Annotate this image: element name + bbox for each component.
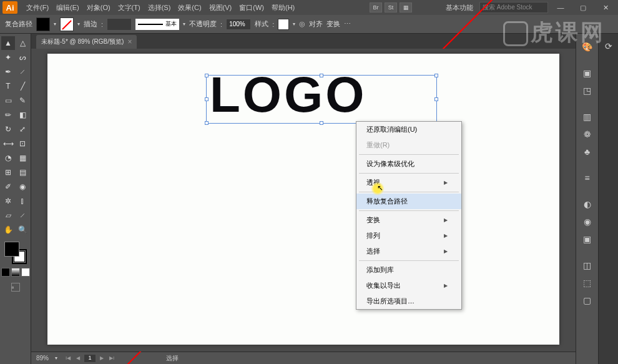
libraries-icon[interactable]: ⟳ <box>601 39 616 54</box>
cm-select[interactable]: 选择▶ <box>356 243 461 259</box>
search-input[interactable]: 搜索 Adobe Stock <box>479 2 548 13</box>
clubs-panel-icon[interactable]: ♣ <box>579 144 596 160</box>
graphic-styles-panel-icon[interactable]: ▣ <box>579 231 596 247</box>
direct-selection-tool[interactable]: △ <box>16 36 29 50</box>
paintbrush-tool[interactable]: ✎ <box>16 94 29 107</box>
eraser-tool[interactable]: ◧ <box>16 108 29 122</box>
zoom),tool[interactable]: 🔍 <box>16 223 29 237</box>
curvature-tool[interactable]: ⟋ <box>16 65 29 79</box>
none-mode-icon[interactable] <box>21 268 30 277</box>
artboard-tool[interactable]: ▱ <box>1 209 15 222</box>
stock-button[interactable]: St <box>385 2 397 12</box>
resize-handle[interactable] <box>205 74 208 77</box>
menu-file[interactable]: 文件(F) <box>22 3 52 12</box>
fill-swatch[interactable] <box>36 17 50 31</box>
document-tab[interactable]: 未标题-5* @ 89% (RGB/预览) × <box>36 35 137 49</box>
last-artboard-button[interactable]: ▶I <box>107 354 116 363</box>
hand-tool[interactable]: ✋ <box>1 223 15 237</box>
resize-handle[interactable] <box>320 121 323 125</box>
window-maximize[interactable]: ▢ <box>573 0 593 15</box>
blend-tool[interactable]: ◉ <box>16 180 29 194</box>
line-tool[interactable]: ╱ <box>16 79 29 93</box>
stroke-swatch[interactable] <box>60 17 74 31</box>
resize-handle[interactable] <box>320 74 323 77</box>
resize-handle[interactable] <box>434 74 438 77</box>
first-artboard-button[interactable]: I◀ <box>64 354 72 363</box>
menu-object[interactable]: 对象(O) <box>83 3 114 12</box>
selection-bounding-box[interactable] <box>206 75 437 124</box>
window-minimize[interactable]: — <box>551 0 571 15</box>
window-close[interactable]: ✕ <box>596 0 616 15</box>
shaper-tool[interactable]: ✏ <box>1 108 15 122</box>
menu-help[interactable]: 帮助(H) <box>268 3 298 12</box>
resize-handle[interactable] <box>434 97 438 101</box>
close-tab-icon[interactable]: × <box>127 37 132 46</box>
magic-wand-tool[interactable]: ✦ <box>1 51 15 64</box>
eyedropper-tool[interactable]: ✐ <box>1 180 15 194</box>
cm-pixel-optimize[interactable]: 设为像素级优化 <box>356 156 461 172</box>
stroke-style-dropdown[interactable]: 基本 <box>135 19 179 30</box>
menu-edit[interactable]: 编辑(E) <box>52 3 83 12</box>
rotate-tool[interactable]: ↻ <box>1 122 15 136</box>
perspective-grid-tool[interactable]: ▦ <box>16 151 29 165</box>
cm-undo[interactable]: 还原取消编组(U) <box>356 122 461 137</box>
symbol-sprayer-tool[interactable]: ✲ <box>1 194 15 208</box>
properties-panel-icon[interactable]: ▣ <box>579 65 596 81</box>
appearance-panel-icon[interactable]: ◉ <box>579 214 596 230</box>
menu-select[interactable]: 选择(S) <box>144 3 175 12</box>
type-tool[interactable]: T <box>1 79 15 93</box>
column-graph-tool[interactable]: ⫿ <box>16 194 29 208</box>
cm-arrange[interactable]: 排列▶ <box>356 228 461 243</box>
cm-transform[interactable]: 变换▶ <box>356 212 461 228</box>
screen-mode-icon[interactable]: ▫ <box>11 283 20 292</box>
opacity-input[interactable]: 100% <box>226 19 251 30</box>
cm-collect-export[interactable]: 收集以导出▶ <box>356 278 461 293</box>
zoom-level[interactable]: 89% <box>36 355 49 362</box>
lasso-tool[interactable]: ᔕ <box>16 51 29 64</box>
rectangle-tool[interactable]: ▭ <box>1 94 15 107</box>
artboard-number-input[interactable]: 1 <box>84 354 96 363</box>
stroke-weight-input[interactable] <box>107 18 132 31</box>
gradient-tool[interactable]: ▤ <box>16 165 29 179</box>
doc-setup-icon[interactable]: ◎ <box>299 20 305 28</box>
prev-artboard-button[interactable]: ◀ <box>74 354 82 363</box>
cm-add-to-library[interactable]: 添加到库 <box>356 262 461 278</box>
canvas[interactable]: LOGO <box>31 49 576 352</box>
selection-tool[interactable]: ▲ <box>1 36 15 50</box>
symbols-panel-icon[interactable]: ❁ <box>579 126 596 142</box>
mesh-tool[interactable]: ⊞ <box>1 165 15 179</box>
menu-window[interactable]: 窗口(W) <box>235 3 268 12</box>
artboards-panel-icon[interactable]: ▢ <box>579 292 596 308</box>
resize-handle[interactable] <box>205 121 208 125</box>
menu-view[interactable]: 视图(V) <box>205 3 236 12</box>
transform-label[interactable]: 变换 <box>326 19 340 29</box>
cm-release-compound-path[interactable]: 释放复合路径 <box>356 194 461 209</box>
color-panel-icon[interactable]: 🎨 <box>579 39 596 55</box>
color-mode-icon[interactable] <box>1 268 10 277</box>
graphic-style-swatch[interactable] <box>278 19 289 30</box>
asset-export-panel-icon[interactable]: ⬚ <box>579 275 596 291</box>
align-label[interactable]: 对齐 <box>309 19 323 29</box>
width-tool[interactable]: ⟷ <box>1 137 15 150</box>
menu-type[interactable]: 文字(T) <box>114 3 144 12</box>
swatches-panel-icon[interactable]: ◳ <box>579 82 596 99</box>
workspace-switcher[interactable]: 基本功能 <box>442 3 477 12</box>
pen-tool[interactable]: ✒ <box>1 65 15 79</box>
menu-effect[interactable]: 效果(C) <box>174 3 205 12</box>
transparency-panel-icon[interactable]: ◐ <box>579 196 596 212</box>
bridge-button[interactable]: Br <box>370 2 382 12</box>
next-artboard-button[interactable]: ▶ <box>97 354 106 363</box>
shape-builder-tool[interactable]: ◔ <box>1 151 15 165</box>
resize-handle[interactable] <box>205 97 208 101</box>
arrange-button[interactable]: ▦ <box>400 2 412 12</box>
brushes-panel-icon[interactable]: ▥ <box>579 109 596 125</box>
scale-tool[interactable]: ⤢ <box>16 122 29 136</box>
cm-export-selection[interactable]: 导出所选项目… <box>356 293 461 309</box>
layers-panel-icon[interactable]: ◫ <box>579 257 596 273</box>
fill-stroke-swatch[interactable] <box>4 242 27 264</box>
more-options-icon[interactable]: ⋯ <box>344 20 351 28</box>
slice-tool[interactable]: ⟋ <box>16 209 29 222</box>
gradient-mode-icon[interactable] <box>11 268 20 277</box>
free-transform-tool[interactable]: ⊡ <box>16 137 29 150</box>
stroke-panel-icon[interactable]: ≡ <box>579 170 596 186</box>
